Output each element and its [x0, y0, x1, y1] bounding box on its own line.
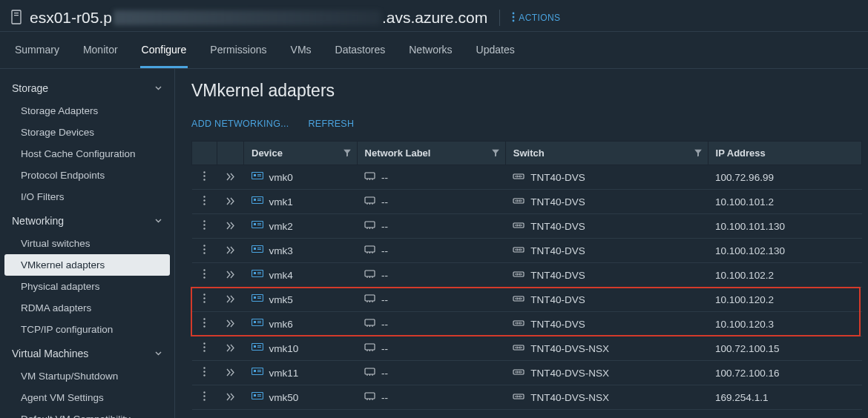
row-actions[interactable]	[192, 385, 217, 410]
row-expand[interactable]	[217, 385, 244, 410]
row-actions[interactable]	[192, 165, 217, 190]
tab-bar: SummaryMonitorConfigurePermissionsVMsDat…	[0, 32, 868, 69]
row-expand[interactable]	[217, 312, 244, 336]
tab-monitor[interactable]: Monitor	[82, 36, 119, 68]
cell-switch: TNT40-DVS	[505, 312, 708, 336]
vmkernel-table: Device Network Label Switch IP Address v…	[191, 141, 862, 410]
sidebar-item-virtual-switches[interactable]: Virtual switches	[0, 233, 174, 254]
table-row[interactable]: vmk6--TNT40-DVS10.100.120.3	[192, 312, 862, 336]
table-row[interactable]: vmk4--TNT40-DVS10.100.102.2	[192, 263, 862, 288]
tab-configure[interactable]: Configure	[140, 36, 188, 68]
row-expand[interactable]	[217, 214, 244, 239]
table-row[interactable]: vmk11--TNT40-DVS-NSX100.72.100.16	[192, 361, 862, 385]
row-actions[interactable]	[192, 239, 217, 263]
svg-point-4	[513, 16, 515, 18]
table-row[interactable]: vmk5--TNT40-DVS10.100.120.2	[192, 288, 862, 312]
table-row[interactable]: vmk0--TNT40-DVS100.72.96.99	[192, 165, 862, 190]
table-row[interactable]: vmk1--TNT40-DVS10.100.101.2	[192, 190, 862, 214]
sidebar-item-storage-devices[interactable]: Storage Devices	[0, 122, 174, 143]
cell-switch: TNT40-DVS	[505, 263, 708, 288]
row-actions[interactable]	[192, 312, 217, 336]
svg-rect-13	[365, 173, 375, 179]
tab-permissions[interactable]: Permissions	[208, 36, 268, 68]
sidebar-item-protocol-endpoints[interactable]: Protocol Endpoints	[0, 165, 174, 186]
svg-rect-65	[257, 321, 261, 322]
cell-ip: 10.100.101.130	[708, 214, 861, 239]
svg-point-24	[203, 220, 205, 222]
col-device[interactable]: Device	[244, 142, 358, 165]
col-ip[interactable]: IP Address	[708, 142, 861, 165]
row-actions[interactable]	[192, 336, 217, 361]
cell-network-label: --	[357, 361, 505, 385]
chevron-down-icon	[154, 215, 162, 227]
cell-device: vmk50	[244, 385, 358, 410]
actions-menu[interactable]: ACTIONS	[512, 12, 560, 24]
add-networking-button[interactable]: ADD NETWORKING...	[191, 119, 289, 129]
svg-point-17	[203, 203, 205, 205]
table-row[interactable]: vmk50--TNT40-DVS-NSX169.254.1.1	[192, 385, 862, 410]
sidebar-item-rdma-adapters[interactable]: RDMA adapters	[0, 297, 174, 319]
row-expand[interactable]	[217, 361, 244, 385]
row-actions[interactable]	[192, 214, 217, 239]
sidebar-item-tcp-ip-configuration[interactable]: TCP/IP configuration	[0, 319, 174, 340]
portgroup-icon	[364, 196, 375, 208]
host-title: esx01-r05.p .avs.azure.com	[30, 9, 487, 27]
table-row[interactable]: vmk3--TNT40-DVS10.100.102.130	[192, 239, 862, 263]
switch-icon	[513, 221, 525, 232]
filter-icon[interactable]	[492, 147, 499, 159]
actions-icon	[512, 12, 515, 24]
sidebar-item-storage-adapters[interactable]: Storage Adapters	[0, 100, 174, 122]
cell-switch: TNT40-DVS	[505, 214, 708, 239]
tab-datastores[interactable]: Datastores	[334, 36, 387, 68]
svg-rect-0	[12, 10, 21, 24]
portgroup-icon	[364, 245, 375, 256]
svg-rect-84	[257, 371, 261, 372]
nic-icon	[251, 196, 263, 208]
cell-ip: 10.100.102.130	[708, 239, 861, 263]
sidebar-item-agent-vm-settings[interactable]: Agent VM Settings	[0, 387, 174, 408]
svg-rect-83	[257, 370, 261, 371]
row-expand[interactable]	[217, 288, 244, 312]
svg-point-71	[203, 350, 205, 351]
row-expand[interactable]	[217, 190, 244, 214]
filter-icon[interactable]	[694, 147, 702, 159]
svg-rect-66	[257, 322, 261, 323]
table-row[interactable]: vmk2--TNT40-DVS10.100.101.130	[192, 214, 862, 239]
sidebar-group-storage[interactable]: Storage	[0, 75, 174, 100]
svg-rect-39	[257, 249, 261, 250]
sidebar-group-virtual-machines[interactable]: Virtual Machines	[0, 340, 174, 365]
row-actions[interactable]	[192, 190, 217, 214]
portgroup-icon	[364, 343, 375, 354]
sidebar-item-i-o-filters[interactable]: I/O Filters	[0, 186, 174, 208]
tab-vms[interactable]: VMs	[289, 36, 313, 68]
row-actions[interactable]	[192, 361, 217, 385]
tab-networks[interactable]: Networks	[407, 36, 453, 68]
row-actions[interactable]	[192, 288, 217, 312]
refresh-button[interactable]: REFRESH	[309, 119, 355, 129]
row-expand[interactable]	[217, 165, 244, 190]
col-switch[interactable]: Switch	[505, 142, 708, 165]
svg-point-51	[203, 293, 205, 295]
row-expand[interactable]	[217, 336, 244, 361]
svg-rect-91	[254, 394, 256, 397]
row-actions[interactable]	[192, 263, 217, 288]
filter-icon[interactable]	[343, 147, 351, 159]
sidebar-group-networking[interactable]: Networking	[0, 208, 174, 233]
sidebar-item-host-cache-configuration[interactable]: Host Cache Configuration	[0, 143, 174, 165]
sidebar-item-default-vm-compatibility[interactable]: Default VM Compatibility	[0, 408, 174, 418]
svg-rect-75	[257, 347, 261, 348]
sidebar-item-vmkernel-adapters[interactable]: VMkernel adapters	[4, 254, 170, 276]
tab-updates[interactable]: Updates	[475, 36, 516, 68]
sidebar-item-vm-startup-shutdown[interactable]: VM Startup/Shutdown	[0, 365, 174, 387]
row-expand[interactable]	[217, 239, 244, 263]
svg-rect-20	[257, 199, 261, 199]
svg-point-44	[203, 276, 205, 278]
nic-icon	[251, 392, 263, 403]
table-row[interactable]: vmk10--TNT40-DVS-NSX100.72.100.15	[192, 336, 862, 361]
col-network-label[interactable]: Network Label	[357, 142, 505, 165]
cell-ip: 10.100.120.2	[708, 288, 861, 312]
row-expand[interactable]	[217, 263, 244, 288]
sidebar-item-physical-adapters[interactable]: Physical adapters	[0, 276, 174, 297]
tab-summary[interactable]: Summary	[13, 36, 61, 68]
nic-icon	[251, 343, 263, 354]
